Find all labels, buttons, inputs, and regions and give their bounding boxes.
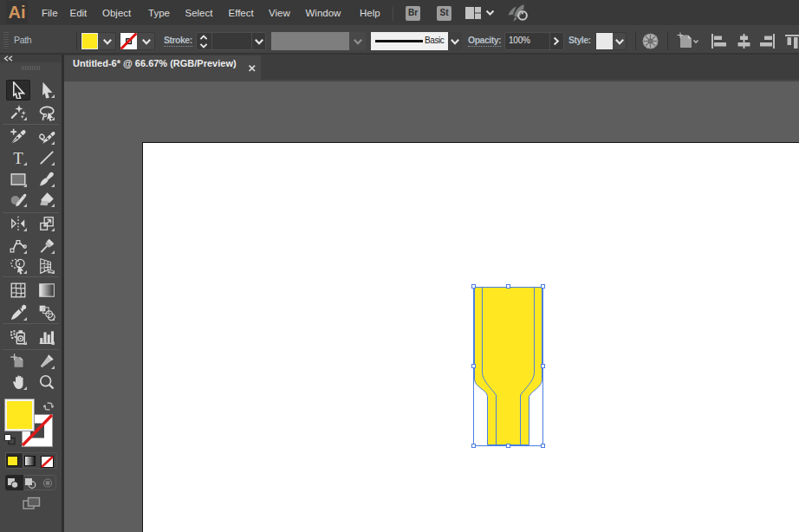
svg-text:T: T	[13, 149, 23, 166]
